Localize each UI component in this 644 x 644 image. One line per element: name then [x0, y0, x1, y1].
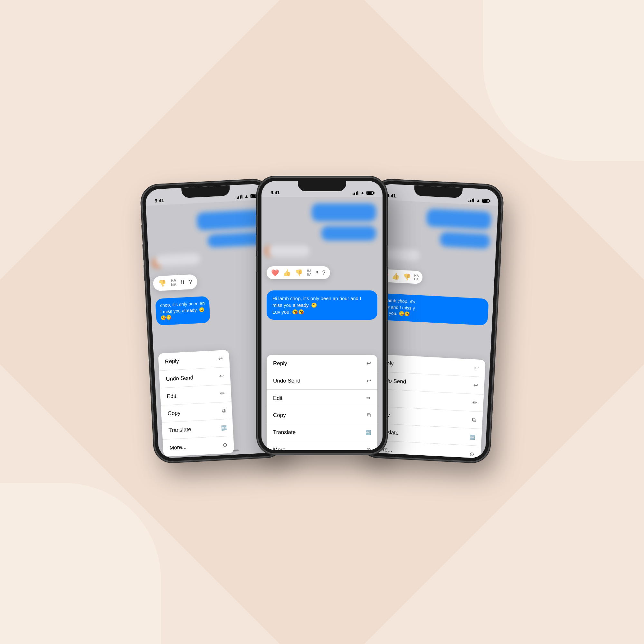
reply-icon-r: ↩: [474, 365, 479, 372]
menu-edit-label-c: Edit: [273, 395, 282, 402]
reaction-dislike-center[interactable]: 👎: [295, 269, 303, 277]
phones-container: 9:41 ▲: [129, 184, 515, 460]
reaction-heart-center[interactable]: ❤️: [271, 269, 279, 277]
edit-icon-r: ✏: [472, 399, 477, 406]
copy-icon-r: ⧉: [472, 417, 476, 423]
wifi-icon: ▲: [244, 194, 249, 199]
more-icon: ⊙: [223, 441, 228, 449]
edit-icon: ✏: [220, 390, 225, 397]
bg-corner-bottom-left: [0, 483, 161, 644]
wifi-icon-center: ▲: [360, 190, 365, 195]
undo-icon: ↩: [219, 373, 224, 380]
more-icon-r: ⊙: [469, 451, 474, 458]
signal-icon: [237, 194, 243, 199]
context-menu-left: Reply ↩ Undo Send ↩ Edit ✏ Copy ⧉: [158, 350, 234, 457]
reply-icon: ↩: [218, 355, 223, 362]
translate-icon-r: 🔤: [469, 434, 475, 440]
translate-icon: 🔤: [221, 425, 227, 431]
battery-icon-right: [482, 199, 490, 203]
menu-more-label-c: More...: [273, 447, 290, 450]
reaction-haha-center[interactable]: HAHA: [307, 269, 311, 276]
bg-bubble: [207, 232, 263, 248]
menu-translate-label: Translate: [168, 426, 191, 434]
reaction-like-right[interactable]: 👍: [392, 272, 400, 280]
messages-area-center: ❤️ 👍 👎 HAHA !! ? Hi lamb chop, it's only…: [261, 197, 383, 450]
reaction-picker-left[interactable]: 👎 HANA !! ?: [153, 274, 197, 291]
menu-item-translate-center[interactable]: Translate 🔤: [267, 424, 377, 441]
reaction-like-center[interactable]: 👍: [283, 269, 291, 277]
bg-bubble-received: [155, 253, 201, 267]
phone-center-screen: 9:41 ▲: [261, 181, 383, 450]
bg-bubble-c3: [268, 245, 310, 257]
phone-center: 9:41 ▲: [258, 177, 386, 454]
battery-icon-center: [366, 191, 374, 195]
copy-icon: ⧉: [222, 407, 226, 414]
volume-down-center[interactable]: [256, 256, 258, 272]
volume-up-button[interactable]: [142, 244, 145, 260]
message-bubble-center: Hi lamb chop, it's only been an hour and…: [267, 290, 377, 320]
context-menu-center: Reply ↩ Undo Send ↩ Edit ✏ Copy ⧉: [267, 355, 377, 450]
reaction-exclaim[interactable]: !!: [181, 279, 185, 285]
translate-icon-c: 🔤: [365, 430, 371, 435]
edit-icon-c: ✏: [366, 395, 371, 402]
reaction-dislike-right[interactable]: 👎: [403, 273, 411, 281]
bg-bubble-r2: [440, 232, 490, 249]
status-time-left: 9:41: [155, 197, 164, 203]
status-icons-left: ▲: [237, 193, 258, 199]
menu-copy-label-c: Copy: [273, 412, 286, 419]
volume-down-button[interactable]: [144, 265, 146, 281]
mute-button[interactable]: [141, 225, 144, 236]
menu-undo-label: Undo Send: [166, 374, 194, 382]
bg-bubble-c1: [312, 204, 376, 221]
notch-center: [298, 181, 346, 191]
reaction-dislike[interactable]: 👎: [158, 279, 166, 287]
reply-icon-c: ↩: [366, 360, 371, 367]
reaction-question-center[interactable]: ?: [322, 270, 326, 276]
menu-item-copy-center[interactable]: Copy ⧉: [267, 407, 377, 424]
message-bubble-left: chop, it's only been an I miss you alrea…: [155, 296, 210, 325]
status-icons-center: ▲: [353, 190, 374, 195]
menu-copy-label: Copy: [167, 410, 181, 417]
power-button-center[interactable]: [386, 245, 388, 267]
status-time-center: 9:41: [270, 190, 280, 195]
undo-icon-r: ↩: [473, 382, 478, 389]
bg-bubble-r1: [426, 209, 491, 230]
menu-item-edit-center[interactable]: Edit ✏: [267, 390, 377, 407]
reaction-haha[interactable]: HANA: [171, 279, 177, 287]
signal-icon-center: [353, 191, 358, 195]
reaction-exclaim-center[interactable]: !!: [315, 270, 318, 275]
undo-icon-c: ↩: [366, 377, 371, 384]
menu-item-reply-center[interactable]: Reply ↩: [267, 355, 377, 372]
status-icons-right: ▲: [469, 197, 490, 203]
reaction-haha-right[interactable]: HAHA: [414, 274, 419, 281]
menu-item-undo-center[interactable]: Undo Send ↩: [267, 372, 377, 390]
menu-item-more-center[interactable]: More... ⊙: [267, 441, 377, 450]
reaction-picker-center[interactable]: ❤️ 👍 👎 HAHA !! ?: [267, 266, 330, 279]
bg-bubble: [196, 210, 262, 231]
menu-more-label: More...: [169, 444, 187, 451]
reaction-question[interactable]: ?: [189, 279, 192, 285]
mute-button-center[interactable]: [256, 216, 258, 227]
menu-undo-label-c: Undo Send: [273, 378, 300, 384]
power-button-right[interactable]: [498, 254, 501, 276]
bg-bubble-c2: [321, 226, 376, 241]
menu-translate-label-c: Translate: [273, 429, 296, 436]
battery-icon: [250, 194, 258, 198]
bg-corner-top-right: [483, 0, 644, 161]
signal-icon-right: [469, 198, 475, 202]
volume-up-center[interactable]: [256, 235, 258, 251]
menu-reply-label-c: Reply: [273, 360, 287, 367]
menu-reply-label: Reply: [165, 358, 179, 365]
menu-edit-label: Edit: [166, 393, 176, 400]
status-time-right: 9:41: [386, 193, 396, 198]
copy-icon-c: ⧉: [367, 412, 371, 419]
more-icon-c: ⊙: [366, 446, 371, 450]
wifi-icon-right: ▲: [476, 198, 481, 203]
